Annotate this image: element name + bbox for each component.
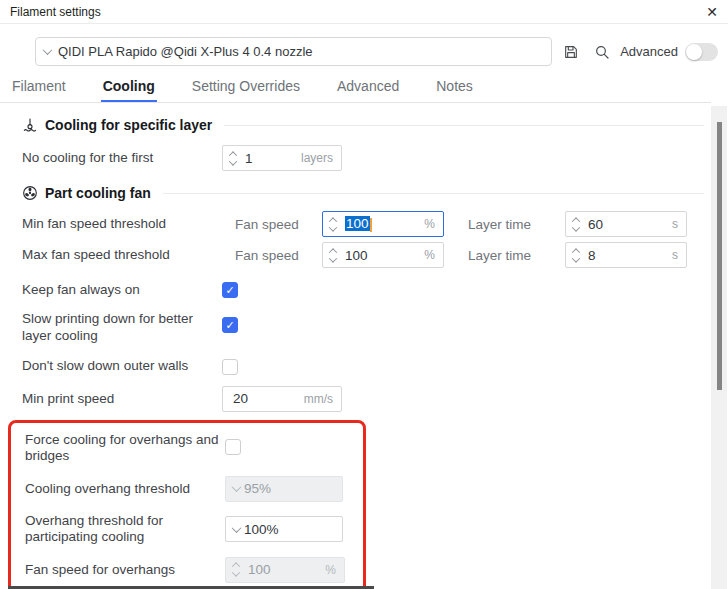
section-part-cooling-fan: Part cooling fan xyxy=(22,185,704,201)
vertical-scrollbar[interactable] xyxy=(711,106,727,589)
settings-content: Cooling for specific layer No cooling fo… xyxy=(0,103,728,589)
input-unit: layers xyxy=(301,151,341,165)
overhang-threshold-dropdown[interactable]: 100% xyxy=(225,516,343,542)
filament-settings-window: Filament settings ✕ QIDI PLA Rapido @Qid… xyxy=(0,0,728,589)
text-caret xyxy=(370,218,372,232)
spinner-arrows-icon[interactable] xyxy=(226,562,246,577)
cooling-overhang-dropdown[interactable]: 95% xyxy=(225,476,343,502)
spinner-arrows-icon[interactable] xyxy=(223,151,243,166)
input-unit: % xyxy=(424,217,443,231)
row-fan-speed-overhangs: Fan speed for overhangs 100 % xyxy=(25,557,345,583)
input-value: 60 xyxy=(586,217,672,232)
row-overhang-threshold-participating: Overhang threshold for participating coo… xyxy=(25,513,345,546)
setting-label: Overhang threshold for participating coo… xyxy=(25,513,225,546)
setting-label: Keep fan always on xyxy=(22,282,222,298)
max-layer-time-input[interactable]: 8 s xyxy=(565,242,687,268)
min-fan-speed-input[interactable]: 100 % xyxy=(322,211,444,237)
slow-printing-checkbox[interactable] xyxy=(222,317,238,333)
row-min-fan-speed: Min fan speed threshold Fan speed 100 % … xyxy=(22,211,704,237)
input-unit: mm/s xyxy=(304,392,341,406)
close-icon[interactable]: ✕ xyxy=(706,5,718,19)
layer-time-sublabel: Layer time xyxy=(468,248,565,263)
toggle-knob xyxy=(686,44,702,60)
layer-time-sublabel: Layer time xyxy=(468,217,565,232)
input-unit: s xyxy=(672,217,686,231)
fan-speed-overhangs-input[interactable]: 100 % xyxy=(225,557,345,583)
input-value: 1 xyxy=(243,151,301,166)
spinner-arrows-icon[interactable] xyxy=(323,217,343,232)
titlebar: Filament settings ✕ xyxy=(0,0,728,24)
chevron-down-icon xyxy=(232,482,242,492)
setting-label: Slow printing down for better layer cool… xyxy=(22,311,222,344)
search-icon[interactable] xyxy=(591,41,612,63)
row-slow-printing: Slow printing down for better layer cool… xyxy=(22,311,704,344)
chevron-down-icon xyxy=(43,45,53,55)
input-value: 8 xyxy=(586,248,672,263)
spinner-arrows-icon[interactable] xyxy=(566,217,586,232)
fan-icon xyxy=(22,185,38,201)
fan-speed-sublabel: Fan speed xyxy=(235,217,322,232)
section-divider xyxy=(163,193,704,194)
advanced-toggle[interactable] xyxy=(685,43,718,61)
advanced-toggle-label: Advanced xyxy=(620,44,678,59)
chevron-down-icon xyxy=(232,523,242,533)
setting-label: Force cooling for overhangs and bridges xyxy=(25,432,225,465)
input-value: 20 xyxy=(223,391,304,406)
row-min-print-speed: Min print speed 20 mm/s xyxy=(22,386,704,412)
tab-filament[interactable]: Filament xyxy=(10,75,68,102)
input-unit: % xyxy=(424,248,443,262)
dropdown-value: 95% xyxy=(244,481,271,496)
keep-fan-checkbox[interactable] xyxy=(222,282,238,298)
row-max-fan-speed: Max fan speed threshold Fan speed 100 % … xyxy=(22,242,704,268)
fan-speed-sublabel: Fan speed xyxy=(235,248,322,263)
setting-label: Don't slow down outer walls xyxy=(22,358,222,374)
dont-slow-checkbox[interactable] xyxy=(222,359,238,375)
setting-label: Fan speed for overhangs xyxy=(25,562,225,578)
section-cooling-specific-layer: Cooling for specific layer xyxy=(22,117,704,133)
min-layer-time-input[interactable]: 60 s xyxy=(565,211,687,237)
red-highlight-annotation: Force cooling for overhangs and bridges … xyxy=(8,420,366,589)
row-no-cooling-first: No cooling for the first 1 layers xyxy=(22,145,704,171)
input-unit: s xyxy=(672,248,686,262)
spinner-arrows-icon[interactable] xyxy=(323,248,343,263)
input-value: 100 xyxy=(343,248,424,263)
input-value: 100 xyxy=(246,562,325,577)
tab-advanced[interactable]: Advanced xyxy=(335,75,401,102)
tab-notes[interactable]: Notes xyxy=(434,75,475,102)
input-unit: % xyxy=(325,563,344,577)
setting-label: No cooling for the first xyxy=(22,150,222,166)
input-value: 100 xyxy=(343,216,424,231)
thermometer-cooling-icon xyxy=(22,117,38,133)
row-keep-fan-always-on: Keep fan always on xyxy=(22,282,704,298)
tab-setting-overrides[interactable]: Setting Overrides xyxy=(190,75,302,102)
section-title: Cooling for specific layer xyxy=(45,117,212,133)
row-cooling-overhang-threshold: Cooling overhang threshold 95% xyxy=(25,476,345,502)
section-divider xyxy=(224,125,704,126)
section-title: Part cooling fan xyxy=(45,185,151,201)
tab-cooling[interactable]: Cooling xyxy=(101,75,157,102)
row-force-cooling: Force cooling for overhangs and bridges xyxy=(25,432,345,465)
setting-label: Min fan speed threshold xyxy=(22,216,222,232)
spinner-arrows-icon[interactable] xyxy=(566,248,586,263)
preset-value: QIDI PLA Rapido @Qidi X-Plus 4 0.4 nozzl… xyxy=(58,44,313,59)
max-fan-speed-input[interactable]: 100 % xyxy=(322,242,444,268)
window-title: Filament settings xyxy=(10,5,101,19)
tab-bar: Filament Cooling Setting Overrides Advan… xyxy=(0,75,711,103)
setting-label: Cooling overhang threshold xyxy=(25,481,225,497)
setting-label: Min print speed xyxy=(22,391,222,407)
setting-label: Max fan speed threshold xyxy=(22,247,222,263)
dropdown-value: 100% xyxy=(244,522,279,537)
force-cooling-checkbox[interactable] xyxy=(225,439,241,455)
no-cooling-first-input[interactable]: 1 layers xyxy=(222,145,342,171)
vertical-scrollbar-thumb[interactable] xyxy=(717,122,722,390)
save-icon[interactable] xyxy=(561,41,582,63)
preset-select[interactable]: QIDI PLA Rapido @Qidi X-Plus 4 0.4 nozzl… xyxy=(35,37,552,66)
min-print-speed-input[interactable]: 20 mm/s xyxy=(222,386,342,412)
row-dont-slow-outer-walls: Don't slow down outer walls xyxy=(22,358,704,374)
preset-bar: QIDI PLA Rapido @Qidi X-Plus 4 0.4 nozzl… xyxy=(0,24,728,75)
